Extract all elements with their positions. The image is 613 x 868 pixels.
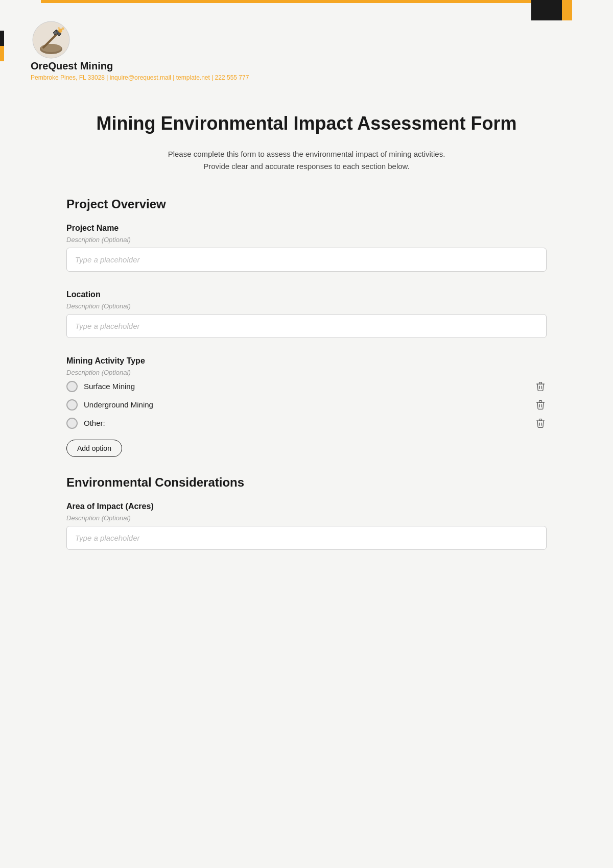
field-desc-mining-activity: Description (Optional) bbox=[66, 369, 547, 376]
svg-rect-7 bbox=[539, 382, 542, 383]
logo-area: OreQuest Mining Pembroke Pines, FL 33028… bbox=[31, 19, 582, 81]
field-desc-area-of-impact: Description (Optional) bbox=[66, 514, 547, 522]
area-of-impact-input[interactable] bbox=[66, 526, 547, 550]
radio-label-other: Other: bbox=[84, 419, 105, 427]
radio-label-underground-mining: Underground Mining bbox=[84, 400, 153, 409]
radio-option-underground-mining: Underground Mining bbox=[66, 399, 547, 411]
field-desc-project-name: Description (Optional) bbox=[66, 236, 547, 244]
form-description: Please complete this form to assess the … bbox=[66, 148, 547, 173]
field-label-location: Location bbox=[66, 290, 547, 299]
radio-circle-surface[interactable] bbox=[66, 381, 78, 392]
company-logo bbox=[31, 19, 72, 60]
svg-rect-9 bbox=[539, 419, 542, 420]
field-label-mining-activity: Mining Activity Type bbox=[66, 356, 547, 366]
add-option-button[interactable]: Add option bbox=[66, 440, 122, 457]
field-desc-location: Description (Optional) bbox=[66, 302, 547, 310]
left-bar-orange bbox=[0, 46, 4, 61]
svg-rect-8 bbox=[539, 400, 542, 402]
svg-point-5 bbox=[62, 28, 64, 30]
add-option-label: Add option bbox=[77, 444, 111, 452]
section-title-environmental: Environmental Considerations bbox=[66, 475, 547, 490]
header: OreQuest Mining Pembroke Pines, FL 33028… bbox=[0, 4, 613, 91]
field-group-mining-activity: Mining Activity Type Description (Option… bbox=[66, 356, 547, 457]
form-title: Mining Environmental Impact Assessment F… bbox=[66, 112, 547, 136]
delete-icon-other[interactable] bbox=[534, 417, 547, 429]
field-label-project-name: Project Name bbox=[66, 224, 547, 233]
radio-label-surface-mining: Surface Mining bbox=[84, 382, 135, 391]
top-bar-orange-block bbox=[562, 0, 572, 20]
section-title-project-overview: Project Overview bbox=[66, 197, 547, 211]
field-label-area-of-impact: Area of Impact (Acres) bbox=[66, 502, 547, 511]
company-contact: Pembroke Pines, FL 33028 | inquire@orequ… bbox=[31, 74, 249, 81]
radio-option-surface-mining: Surface Mining bbox=[66, 380, 547, 393]
field-group-area-of-impact: Area of Impact (Acres) Description (Opti… bbox=[66, 502, 547, 550]
left-bar-black bbox=[0, 31, 4, 46]
field-group-project-name: Project Name Description (Optional) bbox=[66, 224, 547, 272]
top-bar bbox=[0, 0, 613, 4]
svg-point-6 bbox=[58, 27, 60, 29]
radio-option-other: Other: bbox=[66, 417, 547, 429]
field-group-location: Location Description (Optional) bbox=[66, 290, 547, 338]
svg-point-4 bbox=[58, 29, 62, 33]
company-name: OreQuest Mining bbox=[31, 60, 113, 72]
top-bar-black-block bbox=[531, 0, 562, 20]
radio-circle-underground[interactable] bbox=[66, 399, 78, 411]
main-content: Mining Environmental Impact Assessment F… bbox=[26, 91, 587, 589]
delete-icon-surface-mining[interactable] bbox=[534, 380, 547, 393]
left-bar bbox=[0, 31, 4, 61]
top-bar-orange-line bbox=[41, 0, 531, 3]
delete-icon-underground-mining[interactable] bbox=[534, 399, 547, 411]
location-input[interactable] bbox=[66, 314, 547, 338]
radio-circle-other[interactable] bbox=[66, 418, 78, 429]
project-name-input[interactable] bbox=[66, 248, 547, 272]
